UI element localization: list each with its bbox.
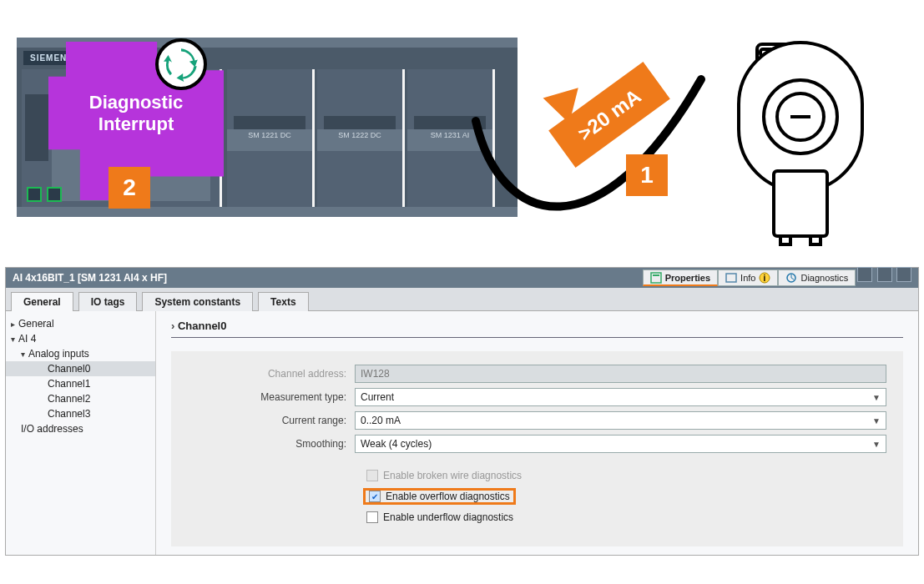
chevron-down-icon[interactable]: ▼ bbox=[872, 440, 881, 449]
window-controls[interactable] bbox=[856, 267, 911, 289]
properties-icon bbox=[650, 272, 662, 284]
transmitter-device-icon bbox=[732, 38, 874, 246]
checkbox-broken-wire bbox=[366, 470, 378, 481]
value-measurement-type: Current bbox=[361, 391, 394, 403]
tab-info[interactable]: Info i bbox=[718, 269, 778, 286]
plc-module-sm1231: SM 1231 AI bbox=[407, 69, 495, 207]
dropdown-smoothing[interactable]: Weak (4 cycles) ▼ bbox=[355, 435, 886, 453]
svg-rect-7 bbox=[780, 236, 790, 244]
label-overflow: Enable overflow diagnostics bbox=[386, 491, 510, 502]
panel-title: AI 4x16BIT_1 [SM 1231 AI4 x HF] bbox=[13, 268, 167, 288]
svg-text:i: i bbox=[764, 274, 766, 283]
tree-item-general[interactable]: General bbox=[6, 316, 155, 331]
diagnostics-icon bbox=[785, 272, 797, 284]
tab-properties[interactable]: Properties bbox=[643, 269, 718, 286]
restore-pane-icon[interactable] bbox=[877, 267, 892, 282]
svg-rect-8 bbox=[810, 236, 820, 244]
callout-marker-2: 2 bbox=[109, 167, 150, 209]
ethernet-port-icon bbox=[27, 187, 42, 202]
properties-panel: AI 4x16BIT_1 [SM 1231 AI4 x HF] Properti… bbox=[5, 267, 919, 556]
label-smoothing: Smoothing: bbox=[188, 438, 355, 450]
value-channel-address: IW128 bbox=[361, 368, 390, 380]
tab-diagnostics[interactable]: Diagnostics bbox=[778, 269, 856, 286]
field-channel-address: IW128 bbox=[355, 365, 886, 383]
tabstrip: General IO tags System constants Texts bbox=[6, 288, 918, 311]
minimize-pane-icon[interactable] bbox=[857, 267, 872, 282]
label-broken-wire: Enable broken wire diagnostics bbox=[383, 470, 522, 481]
callout-marker-1: 1 bbox=[626, 154, 668, 196]
tab-properties-label: Properties bbox=[665, 268, 710, 288]
cycle-arrows-icon bbox=[155, 38, 207, 90]
checkbox-overflow[interactable]: ✔ bbox=[369, 491, 381, 502]
ethernet-port-icon bbox=[47, 187, 62, 202]
svg-rect-10 bbox=[653, 274, 659, 276]
dropdown-measurement-type[interactable]: Current ▼ bbox=[355, 388, 886, 406]
tab-general[interactable]: General bbox=[11, 292, 73, 311]
nav-tree: General AI 4 Analog inputs Channel0 Chan… bbox=[6, 311, 156, 555]
tree-item-channel1[interactable]: Channel1 bbox=[6, 376, 155, 391]
label-underflow: Enable underflow diagnostics bbox=[383, 511, 513, 523]
tree-item-channel0[interactable]: Channel0 bbox=[6, 361, 155, 376]
label-current-range: Current range: bbox=[188, 415, 355, 426]
label-measurement-type: Measurement type: bbox=[188, 391, 355, 403]
tree-item-channel3[interactable]: Channel3 bbox=[6, 406, 155, 421]
checkbox-underflow[interactable] bbox=[366, 511, 378, 523]
maximize-pane-icon[interactable] bbox=[896, 267, 911, 282]
tree-item-channel2[interactable]: Channel2 bbox=[6, 391, 155, 406]
dropdown-current-range[interactable]: 0..20 mA ▼ bbox=[355, 411, 886, 430]
tab-info-label: Info bbox=[740, 268, 755, 288]
interrupt-line1: Diagnostic bbox=[89, 92, 183, 113]
value-current-range: 0..20 mA bbox=[361, 415, 401, 426]
panel-titlebar: AI 4x16BIT_1 [SM 1231 AI4 x HF] Properti… bbox=[6, 268, 918, 288]
label-channel-address: Channel address: bbox=[188, 368, 355, 380]
row-broken-wire: Enable broken wire diagnostics bbox=[363, 468, 886, 483]
plc-module-sm1222: SM 1222 DC bbox=[317, 69, 405, 207]
tree-item-ai4[interactable]: AI 4 bbox=[6, 331, 155, 346]
info-badge-icon: i bbox=[759, 272, 770, 284]
row-overflow[interactable]: ✔ Enable overflow diagnostics bbox=[363, 488, 516, 505]
chevron-down-icon[interactable]: ▼ bbox=[872, 416, 881, 425]
value-smoothing: Weak (4 cycles) bbox=[361, 438, 432, 450]
tab-texts[interactable]: Texts bbox=[258, 292, 308, 311]
svg-rect-11 bbox=[726, 274, 736, 282]
svg-rect-9 bbox=[651, 273, 661, 283]
interrupt-line2: Interrupt bbox=[98, 113, 174, 134]
tab-io-tags[interactable]: IO tags bbox=[78, 292, 138, 311]
detail-heading: Channel0 bbox=[171, 320, 903, 332]
tree-item-io-addresses[interactable]: I/O addresses bbox=[6, 421, 155, 436]
svg-rect-6 bbox=[774, 171, 827, 236]
row-underflow[interactable]: Enable underflow diagnostics bbox=[363, 510, 886, 525]
chevron-down-icon[interactable]: ▼ bbox=[872, 393, 881, 402]
detail-pane: Channel0 Channel address: IW128 Measurem… bbox=[156, 311, 918, 555]
info-icon bbox=[725, 272, 737, 284]
plc-module-sm1221: SM 1221 DC bbox=[227, 69, 315, 207]
tab-diagnostics-label: Diagnostics bbox=[800, 268, 848, 288]
tab-system-constants[interactable]: System constants bbox=[142, 292, 253, 311]
illustration-stage: SIEMENS SM 1221 DC SM 1222 DC SM 1231 AI… bbox=[0, 0, 924, 267]
tree-item-analog-inputs[interactable]: Analog inputs bbox=[6, 346, 155, 361]
